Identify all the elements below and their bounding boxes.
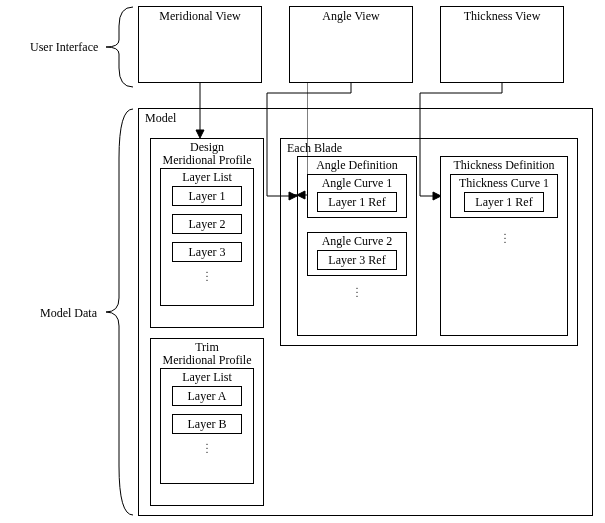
trim-layer-list-label: Layer List [161, 370, 253, 385]
angle-view-box: Angle View [289, 6, 413, 83]
angle-curve-2-label: Angle Curve 2 [308, 234, 406, 249]
arrow-angle-to-angledef-path [264, 83, 364, 203]
angle-curve-2-ref: Layer 3 Ref [317, 250, 397, 270]
design-title-2: Meridional Profile [151, 153, 263, 168]
arrow-thickness-to-thicknessdef [413, 83, 513, 203]
ui-brace [105, 6, 135, 88]
model-data-section-label: Model Data [40, 306, 97, 321]
design-layer-list-label: Layer List [161, 170, 253, 185]
thickness-curves-ellipsis: ... [498, 230, 512, 242]
angle-curves-ellipsis: ... [350, 284, 364, 296]
ui-section-label: User Interface [30, 40, 98, 55]
design-layer-3: Layer 3 [172, 242, 242, 262]
thickness-view-label: Thickness View [441, 9, 563, 24]
svg-marker-5 [433, 192, 441, 200]
svg-marker-4 [289, 192, 297, 200]
svg-marker-1 [196, 130, 204, 138]
design-layer-1: Layer 1 [172, 186, 242, 206]
angle-view-label: Angle View [290, 9, 412, 24]
design-layers-ellipsis: ... [200, 268, 214, 280]
meridional-view-box: Meridional View [138, 6, 262, 83]
trim-layers-ellipsis: ... [200, 440, 214, 452]
trim-title-2: Meridional Profile [151, 353, 263, 368]
arrow-meridional-to-design [194, 83, 206, 139]
model-data-brace [105, 108, 135, 516]
trim-layer-b: Layer B [172, 414, 242, 434]
thickness-view-box: Thickness View [440, 6, 564, 83]
meridional-view-label: Meridional View [139, 9, 261, 24]
trim-layer-a: Layer A [172, 386, 242, 406]
design-layer-2: Layer 2 [172, 214, 242, 234]
model-label: Model [145, 111, 592, 126]
